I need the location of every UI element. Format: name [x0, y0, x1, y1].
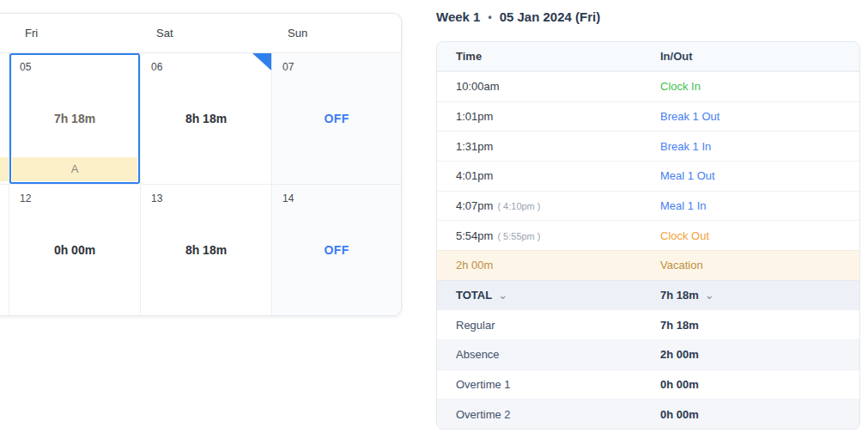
selected-date-label: 05 Jan 2024 (Fri): [500, 9, 601, 24]
total-row: TOTAL⌄ 7h 18m⌄: [437, 280, 859, 310]
calendar-cell-13[interactable]: 13 8h 18m: [141, 185, 272, 316]
punch-type-link[interactable]: Meal 1 Out: [660, 169, 715, 182]
table-header-row: Time In/Out: [437, 42, 859, 71]
chevron-down-icon: ⌄: [498, 289, 507, 302]
calendar-cell-06[interactable]: 06 8h 18m: [141, 53, 272, 185]
calendar-card: Fri Sat Sun 05 7h 18m A 06 8h 18m 07 OFF…: [0, 13, 402, 316]
summary-label: Overtime 2: [456, 408, 511, 421]
title-separator-dot: •: [488, 11, 491, 23]
summary-value: 7h 18m: [660, 319, 699, 332]
punch-time: 10:00am: [456, 80, 500, 93]
day-header-sat: Sat: [141, 27, 272, 40]
calendar-cell-05[interactable]: 05 7h 18m A: [9, 53, 141, 185]
summary-label: Overtime 1: [456, 378, 511, 391]
chevron-down-icon: ⌄: [705, 289, 714, 302]
summary-row-regular: Regular 7h 18m: [437, 309, 859, 339]
punch-type-link[interactable]: Clock Out: [660, 229, 709, 242]
punch-type-link[interactable]: Clock In: [660, 80, 701, 93]
column-header-time: Time: [437, 50, 660, 63]
calendar-cell-07[interactable]: 07 OFF: [272, 53, 401, 185]
week-label: Week 1: [436, 9, 480, 24]
punches-table: Time In/Out 10:00am Clock In 1:01pm Brea…: [436, 41, 860, 430]
corner-flag-icon: [252, 53, 271, 70]
table-row: 1:31pm Break 1 In: [437, 131, 859, 161]
punch-type-link[interactable]: Break 1 Out: [660, 110, 719, 123]
table-row: 4:07pm( 4:10pm ) Meal 1 In: [437, 191, 859, 221]
date-number: 07: [272, 53, 401, 73]
day-header-sun: Sun: [272, 27, 401, 40]
day-off-label: OFF: [272, 112, 401, 125]
rounded-time: ( 4:10pm ): [497, 201, 540, 211]
day-duration: 8h 18m: [141, 112, 271, 125]
calendar-cell-partial[interactable]: [0, 185, 9, 316]
day-duration: 8h 18m: [141, 243, 271, 257]
day-off-label: OFF: [272, 243, 401, 257]
calendar-cell-partial[interactable]: [0, 53, 9, 185]
table-row: 5:54pm( 5:55pm ) Clock Out: [437, 220, 859, 250]
date-number: 14: [272, 185, 401, 204]
summary-row-absence: Absence 2h 00m: [437, 339, 859, 369]
absence-badge: A: [71, 162, 79, 175]
punch-time: 1:31pm: [456, 140, 493, 153]
day-duration: 0h 00m: [9, 243, 140, 257]
calendar-week-row-1: 05 7h 18m A 06 8h 18m 07 OFF: [0, 53, 401, 185]
date-number: 05: [9, 53, 140, 73]
date-number: 13: [141, 185, 271, 204]
table-row: 10:00am Clock In: [437, 71, 859, 101]
table-row: 4:01pm Meal 1 Out: [437, 161, 859, 191]
punch-time: 5:54pm: [456, 229, 493, 242]
summary-label: Absence: [456, 348, 500, 361]
vacation-row: 2h 00m Vacation: [437, 250, 859, 280]
day-detail-title: Week 1•05 Jan 2024 (Fri): [436, 9, 600, 24]
punch-time: 4:01pm: [456, 169, 493, 182]
column-header-inout: In/Out: [660, 50, 859, 63]
total-value-dropdown[interactable]: 7h 18m⌄: [660, 289, 859, 302]
summary-row-overtime-1: Overtime 1 0h 00m: [437, 369, 859, 399]
punch-type-link[interactable]: Break 1 In: [660, 140, 711, 153]
summary-label: Regular: [456, 319, 495, 332]
date-number: 12: [9, 185, 140, 204]
punch-type-link[interactable]: Meal 1 In: [660, 199, 706, 212]
summary-value: 0h 00m: [660, 408, 699, 421]
vacation-label[interactable]: Vacation: [660, 259, 703, 271]
punch-time: 1:01pm: [456, 110, 493, 123]
vacation-duration: 2h 00m: [456, 259, 493, 271]
table-row: 1:01pm Break 1 Out: [437, 101, 859, 131]
absence-badge-strip: [0, 157, 9, 181]
summary-value: 0h 00m: [660, 378, 699, 391]
summary-value: 2h 00m: [660, 348, 699, 361]
rounded-time: ( 5:55pm ): [497, 231, 540, 241]
summary-row-overtime-2: Overtime 2 0h 00m: [437, 399, 859, 429]
calendar-week-row-2: 12 0h 00m 13 8h 18m 14 OFF: [0, 185, 401, 316]
calendar-cell-12[interactable]: 12 0h 00m: [9, 185, 141, 316]
total-label-dropdown[interactable]: TOTAL⌄: [437, 289, 660, 302]
punch-time: 4:07pm: [456, 199, 493, 212]
absence-badge-strip: A: [12, 157, 137, 181]
calendar-day-header-row: Fri Sat Sun: [0, 14, 401, 53]
calendar-cell-14[interactable]: 14 OFF: [272, 185, 401, 316]
day-duration: 7h 18m: [9, 112, 140, 125]
day-header-fri: Fri: [9, 27, 141, 40]
